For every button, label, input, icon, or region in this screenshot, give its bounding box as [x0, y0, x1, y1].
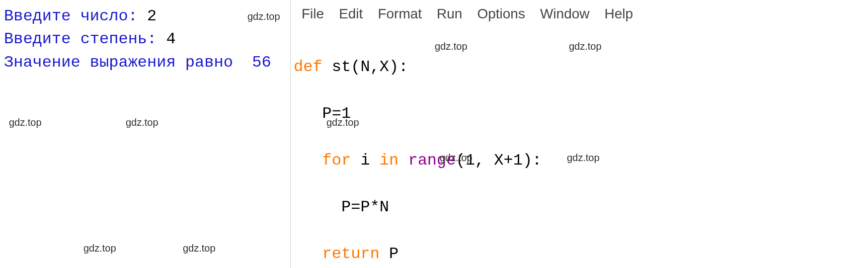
- menubar: File Edit Format Run Options Window Help: [291, 0, 868, 28]
- watermark-text: gdz.top: [126, 117, 158, 128]
- prompt-text: Введите степень:: [4, 30, 166, 48]
- code-line-4: P=P*N: [294, 195, 865, 219]
- menu-run[interactable]: Run: [437, 6, 462, 22]
- code-line-5: return P: [294, 242, 865, 266]
- watermark-text: gdz.top: [9, 117, 42, 128]
- editor-pane: File Edit Format Run Options Window Help…: [291, 0, 868, 268]
- menu-options[interactable]: Options: [477, 6, 525, 22]
- keyword-for: for: [294, 151, 351, 170]
- watermark-text: gdz.top: [83, 243, 116, 254]
- console-line-1: Введите число: 2: [4, 5, 286, 28]
- output-value: 56: [252, 53, 271, 72]
- output-prefix: Значение выражения равно: [4, 53, 252, 72]
- input-value: 2: [147, 7, 157, 25]
- menu-file[interactable]: File: [302, 6, 324, 22]
- console-line-3: Значение выражения равно 56: [4, 51, 286, 74]
- watermark-text: gdz.top: [435, 39, 468, 54]
- code-text: P=P*N: [294, 198, 389, 216]
- builtin-range: range: [398, 151, 456, 170]
- menu-window[interactable]: Window: [540, 6, 590, 22]
- input-value: 4: [166, 30, 175, 48]
- watermark-text: gdz.top: [183, 243, 216, 254]
- menu-format[interactable]: Format: [378, 6, 422, 22]
- console-line-2: Введите степень: 4: [4, 28, 286, 51]
- code-line-2: P=1: [294, 102, 865, 125]
- menu-edit[interactable]: Edit: [339, 6, 363, 22]
- code-text: st(N,X):: [322, 58, 408, 76]
- console-pane: Введите число: 2 Введите степень: 4 Знач…: [0, 0, 291, 268]
- code-editor[interactable]: def st(N,X): P=1 for i in range(1, X+1):…: [291, 28, 868, 268]
- keyword-def: def: [294, 58, 322, 76]
- code-line-1: def st(N,X):: [294, 55, 865, 79]
- prompt-text: Введите число:: [4, 7, 147, 25]
- code-text: P=1: [294, 104, 351, 123]
- code-text: (1, X+1):: [456, 151, 542, 170]
- code-text: i: [351, 151, 380, 170]
- code-text: P: [380, 245, 398, 263]
- code-line-3: for i in range(1, X+1):: [294, 149, 865, 172]
- keyword-in: in: [380, 151, 398, 170]
- menu-help[interactable]: Help: [605, 6, 633, 22]
- watermark-text: gdz.top: [569, 39, 602, 54]
- keyword-return: return: [294, 245, 380, 263]
